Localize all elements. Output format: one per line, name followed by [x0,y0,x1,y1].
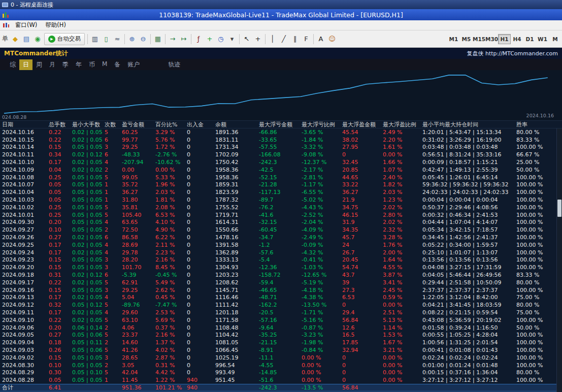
chart-window-icon[interactable] [3,22,10,28]
auto-trading-button[interactable]: ▶ 自动交易 [44,33,85,45]
table-row[interactable]: 2024.09.160.150.05 | 0.05329.252.62 %011… [0,286,562,294]
table-row[interactable]: 2024.09.270.100.05 | 0.05272.504.90 %015… [0,226,562,234]
tab-M[interactable]: M [98,59,111,70]
table-cell: 0.02 | 0.05 [70,294,103,301]
tab-trajectory[interactable]: 轨迹 [164,59,184,70]
table-cell: -158.72 [257,272,300,278]
table-row[interactable]: 2024.10.090.040.02 | 0.0220.000.00 %0195… [0,166,562,174]
trendline-icon[interactable]: ╱ [278,34,289,45]
table-cell: 2.53 % [153,309,185,316]
tab-年[interactable]: 年 [72,59,85,70]
table-row[interactable]: 2024.10.160.220.02 | 0.05560.253.29 %018… [0,128,562,136]
crosshair-icon[interactable]: + [252,34,263,45]
table-row[interactable]: 2024.09.120.320.05 | 0.125-89.76-7.47 %0… [0,301,562,309]
table-row[interactable]: 2024.09.110.170.02 | 0.05429.602.53 %012… [0,309,562,316]
candlestick-chart-icon[interactable]: ▯ [101,34,112,45]
table-cell: -4.43 % [300,204,340,211]
panel-watermark[interactable]: 复盘侠 http://MTCommander.com [467,50,558,57]
zoom-out-icon[interactable]: ⊖ [138,34,149,45]
tab-币[interactable]: 币 [85,59,98,70]
table-scrollbar[interactable] [556,128,562,392]
table-row[interactable]: 2024.09.250.170.02 | 0.05428.692.11 %013… [0,241,562,249]
table-row[interactable]: 2024.09.060.200.06 | 0.1424.060.37 %0110… [0,324,562,332]
zoom-in-icon[interactable]: ⊕ [126,34,138,45]
table-row[interactable]: 2024.10.100.170.02 | 0.054-207.94-10.62 … [0,158,562,166]
data-window-icon[interactable]: ▤ [21,34,32,45]
table-cell: 1.64 % [381,256,420,263]
vertical-line-icon[interactable]: │ [267,34,278,45]
tile-windows-icon[interactable]: ▦ [152,34,163,45]
cursor-icon[interactable]: ↖ [241,34,252,45]
tab-季[interactable]: 季 [59,59,72,70]
templates-dropdown-icon[interactable]: ▾ [226,34,238,45]
menu-item-window[interactable]: 窗口(W) [11,20,41,30]
table-row[interactable]: 2024.10.020.250.05 | 0.05535.812.08 %017… [0,204,562,211]
table-row[interactable]: 2024.09.100.220.02 | 0.05563.105.69 %011… [0,316,562,324]
periods-icon[interactable]: ◷ [215,34,226,45]
table-row[interactable]: 2024.10.040.050.05 | 0.05136.272.03 %018… [0,188,562,196]
table-cell: -5.16 % [300,317,340,323]
timeframe-M5[interactable]: M5 [460,34,473,44]
arrows-object-icon[interactable]: ☺ [326,34,338,45]
timeframe-D1[interactable]: D1 [523,34,536,44]
tab-综[interactable]: 综 [6,59,19,70]
table-row[interactable]: 2024.09.170.220.02 | 0.05562.915.49 %012… [0,279,562,286]
table-row[interactable]: 2024.09.230.150.05 | 0.05328.202.16 %013… [0,256,562,264]
timeframe-H1[interactable]: H1 [498,34,511,44]
table-row[interactable]: 2024.09.130.170.02 | 0.0545.040.45 %0111… [0,294,562,302]
table-cell: 1.61 % [381,144,420,150]
table-row[interactable]: 2024.09.300.200.05 | 0.05463.654.10 %016… [0,219,562,226]
table-cell: 6.53 % [153,212,185,218]
table-row[interactable]: 2024.10.150.220.02 | 0.05699.775.76 %018… [0,136,562,144]
table-row[interactable]: 2024.09.020.150.05 | 0.05328.652.87 %010… [0,354,562,362]
timeframe-W1[interactable]: W1 [536,34,549,44]
channel-icon[interactable]: ∥ [289,34,301,45]
table-cell: 0.22 [47,279,70,286]
metaeditor-icon[interactable]: ◆ [10,34,21,45]
sound-alert-icon[interactable]: ◉ [32,34,43,45]
timeframe-M30[interactable]: M30 [485,34,498,44]
text-icon[interactable]: A [315,34,326,45]
table-row[interactable]: 2024.08.290.300.05 | 0.10542.044.42 %099… [0,369,562,377]
timeframe-M[interactable]: M [549,34,561,44]
table-cell: 2024.09.02 [0,354,47,361]
chart-shift-icon[interactable]: ↦ [178,34,189,45]
table-cell: 5 [103,129,120,136]
table-row[interactable]: 2024.10.030.050.05 | 0.05131.801.81 %017… [0,196,562,204]
column-header: 胜率 [514,121,562,128]
table-row[interactable]: 2024.09.240.170.02 | 0.05429.782.23 %013… [0,249,562,256]
table-row[interactable]: 2024.09.030.260.05 | 0.06541.264.02 %010… [0,346,562,354]
bar-chart-icon[interactable]: ▥ [89,34,101,45]
timeframe-H4[interactable]: H4 [511,34,523,44]
table-cell: 2024.10.11 [0,151,47,158]
indicators-icon[interactable]: ƒ [193,34,204,45]
timeframe-M1[interactable]: M1 [447,34,460,44]
table-row[interactable]: 2024.08.300.100.05 | 0.0523.050.31 %0996… [0,362,562,369]
table-row[interactable]: 2024.09.260.270.02 | 0.05686.586.22 %014… [0,234,562,241]
timeframe-M15[interactable]: M15 [473,34,485,44]
tab-备[interactable]: 备 [111,59,124,70]
scrollbar-thumb[interactable] [557,200,561,217]
fibonacci-icon[interactable]: F [301,34,312,45]
menu-item-help[interactable]: 帮助(H) [41,20,70,30]
table-row[interactable]: 2024.09.050.270.05 | 0.06523.372.16 %011… [0,332,562,339]
line-chart-icon[interactable]: ≈ [112,34,123,45]
table-row[interactable]: 2024.10.070.050.05 | 0.05135.721.96 %018… [0,181,562,189]
table-row[interactable]: 2024.09.040.180.05 | 0.11214.601.37 %010… [0,339,562,346]
tab-日[interactable]: 日 [19,59,32,70]
table-row[interactable]: 2024.10.080.250.05 | 0.05599.055.33 %019… [0,174,562,181]
table-cell: 993.49 [213,369,257,376]
new-order-button[interactable]: 单 [1,34,10,45]
table-row[interactable]: 2024.08.280.050.05 | 0.05111.451.22 %940… [0,376,562,384]
table-row[interactable]: 2024.10.110.340.02 | 0.126-48.33-2.76 %0… [0,151,562,158]
add-indicator-icon[interactable]: + [204,34,215,45]
table-cell: 5 [103,369,120,376]
tab-周[interactable]: 周 [32,59,46,70]
table-row[interactable]: 2024.10.010.250.05 | 0.055105.406.53 %01… [0,211,562,219]
table-row[interactable]: 2024.09.200.150.05 | 0.053101.708.45 %01… [0,264,562,271]
tab-月[interactable]: 月 [46,59,59,70]
table-row[interactable]: 2024.09.180.310.02 | 0.126-5.39-0.45 %01… [0,271,562,279]
table-row[interactable]: 2024.10.140.150.05 | 0.05329.251.72 %017… [0,144,562,151]
auto-scroll-icon[interactable]: → [167,34,178,45]
tab-账户[interactable]: 账户 [124,59,143,70]
